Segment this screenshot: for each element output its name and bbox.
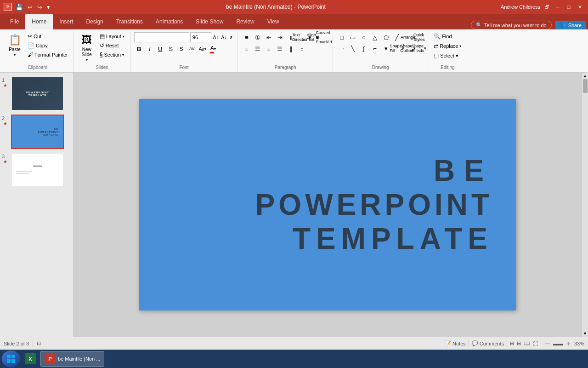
align-left-btn[interactable]: ≡ <box>242 44 252 54</box>
taskbar-ppt-btn[interactable]: P be Mainfile (Non ... <box>40 351 104 367</box>
tab-slideshow[interactable]: Slide Show <box>189 14 230 29</box>
arrange-btn[interactable]: Arrange <box>403 32 413 42</box>
tab-design[interactable]: Design <box>79 14 109 29</box>
normal-view-btn[interactable]: ⊞ <box>510 340 514 346</box>
slide-sorter-btn[interactable]: ⊟ <box>517 340 521 346</box>
oval-btn[interactable]: ○ <box>359 32 369 42</box>
taskbar-excel-btn[interactable]: X <box>21 351 40 367</box>
para-row1: ≡ ① ⇤ ⇥ ⫿ Text Direction▾ Align Text▾ Co… <box>242 32 329 42</box>
scroll-thumb[interactable] <box>583 79 588 93</box>
layout-button[interactable]: ▤ Layout ▾ <box>98 32 126 40</box>
triangle-btn[interactable]: △ <box>370 32 380 42</box>
smartart-btn[interactable]: Convert to SmartArt <box>319 32 329 42</box>
numbering-button[interactable]: ① <box>253 32 263 42</box>
increase-indent-btn[interactable]: ⇥ <box>275 32 285 42</box>
tab-view[interactable]: View <box>261 14 286 29</box>
format-painter-button[interactable]: 🖌 Format Painter <box>26 51 70 59</box>
section-button[interactable]: § Section ▾ <box>98 51 126 59</box>
zoom-slider[interactable]: ▬▬ <box>553 341 563 346</box>
close-btn[interactable]: ✕ <box>575 2 584 12</box>
curve-btn[interactable]: ∫ <box>359 43 369 53</box>
font-size-input[interactable] <box>190 32 211 42</box>
reset-button[interactable]: ↺ Reset <box>98 41 126 50</box>
replace-button[interactable]: ⇄ Replace ▾ <box>432 42 463 50</box>
clear-format-btn[interactable]: ✗ <box>228 34 234 40</box>
cut-icon: ✂ <box>28 33 32 40</box>
save-quick-btn[interactable]: 💾 <box>15 4 24 11</box>
customize-quick-btn[interactable]: ▾ <box>46 4 51 11</box>
notes-btn[interactable]: 📝 Notes <box>445 340 466 346</box>
font-name-input[interactable] <box>134 32 189 42</box>
copy-button[interactable]: 📄 Copy <box>26 41 70 50</box>
layout-label: Layout <box>106 34 121 39</box>
layout-icon: ▤ <box>100 33 105 40</box>
line2-btn[interactable]: ╲ <box>348 43 358 53</box>
tab-insert[interactable]: Insert <box>53 14 79 29</box>
paste-button[interactable]: 📋 Paste ▾ <box>6 32 24 59</box>
tell-me-box[interactable]: 🔍 Tell me what you want to do <box>471 21 552 29</box>
rectangle-btn[interactable]: □ <box>337 32 347 42</box>
font-color-arrow: ▾ <box>214 47 216 51</box>
zoom-out-btn[interactable]: ─ <box>544 340 551 347</box>
vertical-scrollbar[interactable]: ▲ ▼ <box>582 73 588 337</box>
bullets-button[interactable]: ≡ <box>242 32 252 42</box>
slide-item-1[interactable]: 1 ★ POWERPOINTTEMPLATE <box>2 76 71 111</box>
rounded-rect-btn[interactable]: ▭ <box>348 32 358 42</box>
increase-font-btn[interactable]: A↑ <box>212 34 220 40</box>
minimize-btn[interactable]: ─ <box>553 2 562 12</box>
case-button[interactable]: Aa▾ <box>198 44 208 54</box>
undo-quick-btn[interactable]: ↩ <box>27 4 34 11</box>
slide-item-3[interactable]: 3 ★ ────────────────────────────────── <box>2 153 71 187</box>
find-button[interactable]: 🔍 Find <box>432 32 453 40</box>
new-slide-button[interactable]: 🖼 NewSlide ▾ <box>78 32 96 64</box>
cols2-btn[interactable]: ∥ <box>286 44 296 54</box>
scroll-up-btn[interactable]: ▲ <box>583 74 587 78</box>
presenter-view-btn[interactable]: ⛶ <box>533 341 538 346</box>
shape-effects-btn[interactable]: Shape Effects▾ <box>414 43 424 53</box>
reading-view-btn[interactable]: 📖 <box>524 340 530 346</box>
connector-btn[interactable]: ⌐ <box>370 43 380 53</box>
decrease-indent-btn[interactable]: ⇤ <box>264 32 274 42</box>
comments-btn[interactable]: 💬 Comments <box>472 340 504 346</box>
line-spacing-btn[interactable]: ↕ <box>297 44 307 54</box>
pentagon-btn[interactable]: ⬠ <box>381 32 391 42</box>
tab-animations[interactable]: Animations <box>149 14 189 29</box>
underline-button[interactable]: U <box>155 44 165 54</box>
share-button[interactable]: 👥 Share <box>555 21 586 29</box>
strikethrough-button[interactable]: S <box>166 44 176 54</box>
text-direction-btn[interactable]: Text Direction▾ <box>297 32 307 42</box>
slide-2-thumb[interactable]: BEPOWERPOINTTEMPLATE <box>11 115 64 149</box>
slide-item-2[interactable]: 2 ★ BEPOWERPOINTTEMPLATE <box>2 115 71 149</box>
bold-button[interactable]: B <box>134 44 144 54</box>
slide-3-thumb[interactable]: ────────────────────────────────── <box>11 153 64 187</box>
quick-styles-btn[interactable]: Quick Styles <box>414 32 424 42</box>
justify-btn[interactable]: ☰ <box>275 44 285 54</box>
tab-file[interactable]: File <box>4 14 25 29</box>
cut-button[interactable]: ✂ Cut <box>26 32 70 40</box>
align-right-btn[interactable]: ≡ <box>264 44 274 54</box>
align-center-btn[interactable]: ☰ <box>253 44 263 54</box>
maximize-btn[interactable]: □ <box>564 2 573 12</box>
zoom-level[interactable]: 33% <box>574 341 584 346</box>
scroll-down-btn[interactable]: ▼ <box>583 331 587 336</box>
tab-home[interactable]: Home <box>25 14 53 29</box>
fit-slide-btn[interactable]: ⊡ <box>37 340 41 346</box>
slide-1-thumb[interactable]: POWERPOINTTEMPLATE <box>11 76 64 111</box>
restore-btn[interactable]: 🗗 <box>542 2 551 12</box>
spacing-button[interactable]: AV <box>187 44 197 54</box>
user-name[interactable]: Andrew Childress <box>501 4 540 10</box>
slide-canvas[interactable]: BE POWERPOINT TEMPLATE <box>139 99 516 310</box>
replace-arrow: ▾ <box>459 44 461 48</box>
clipboard-content: 📋 Paste ▾ ✂ Cut 📄 Copy 🖌 Format <box>6 32 70 64</box>
shadow-button[interactable]: S <box>176 44 187 54</box>
font-color-button[interactable]: A▾ <box>208 44 218 54</box>
select-button[interactable]: ⬚ Select ▾ <box>432 52 460 60</box>
tab-review[interactable]: Review <box>230 14 260 29</box>
zoom-in-btn[interactable]: + <box>565 340 572 347</box>
decrease-font-btn[interactable]: A↓ <box>220 34 227 40</box>
arrow-btn[interactable]: → <box>337 43 347 53</box>
start-button[interactable] <box>2 351 20 367</box>
italic-button[interactable]: I <box>145 44 155 54</box>
tab-transitions[interactable]: Transitions <box>110 14 149 29</box>
redo-quick-btn[interactable]: ↪ <box>36 4 43 11</box>
